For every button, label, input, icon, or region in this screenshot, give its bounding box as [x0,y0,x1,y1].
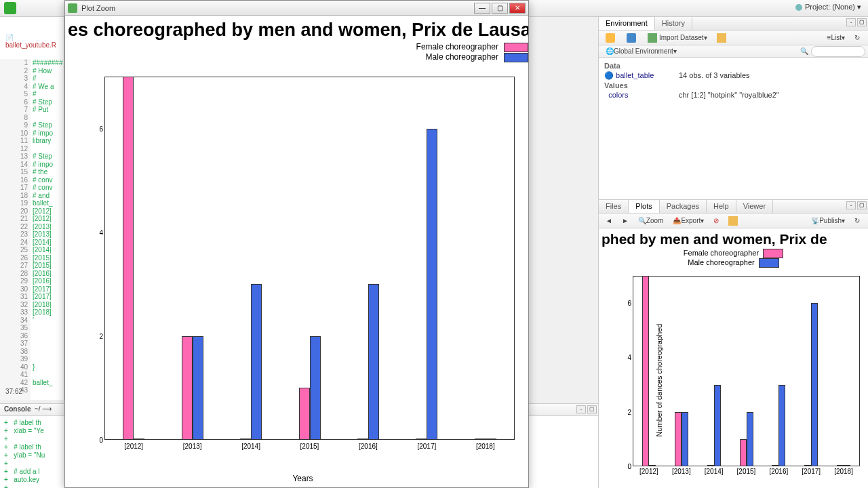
bar [486,439,496,440]
mini-plot-title: phed by men and women, Prix de [599,228,868,247]
import-dataset-button[interactable]: Import Dataset ▾ [644,32,711,44]
rstudio-icon [4,2,16,14]
bar [182,336,193,440]
plot-area: Number of dances choreographed Years 024… [84,70,521,467]
global-env-dropdown[interactable]: 🌐 Global Environment ▾ [601,46,681,56]
minimize-icon[interactable]: - [576,405,586,413]
rstudio-icon [68,3,77,13]
bar [299,388,310,440]
bar [675,412,682,466]
bar [416,439,427,440]
search-input[interactable] [811,46,865,57]
minimize-button[interactable]: — [474,3,490,14]
env-row[interactable]: 🔵 ballet_table14 obs. of 3 variables [604,71,863,80]
prev-plot-button[interactable]: ◄ [601,216,616,226]
plots-pane: Files Plots Packages Help Viewer -▢ ◄ ► … [599,200,868,488]
plot-title: es choreographed by men and women, Prix … [65,16,528,41]
tab-files[interactable]: Files [599,200,629,213]
bar [811,303,818,466]
load-workspace-button[interactable] [601,32,621,44]
tab-history[interactable]: History [655,17,692,30]
bar [123,77,134,440]
list-view-button[interactable]: ≡ List ▾ [823,33,849,43]
zoom-titlebar[interactable]: Plot Zoom — ▢ ✕ [65,1,528,16]
close-button[interactable]: ✕ [509,3,526,14]
bar [804,465,811,466]
source-pane: 📄 ballet_youtube.R 123456789101112131415… [0,17,64,400]
bar [707,465,714,466]
x-axis-label: Years [292,474,313,483]
bar [778,385,785,466]
plot-legend: Female choreographer Male choreographer [65,42,528,62]
bar [475,439,486,440]
refresh-plot-button[interactable]: ↻ [850,216,864,226]
maximize-icon[interactable]: ▢ [587,405,597,413]
bar [714,385,721,466]
tab-packages[interactable]: Packages [660,200,707,213]
bar [649,465,656,466]
bar [251,284,262,440]
bar [740,439,747,466]
mini-plot-legend: Female choreographer Male choreographer [599,249,868,268]
bar [837,465,844,466]
minimize-icon[interactable]: - [846,18,856,26]
tab-environment[interactable]: Environment [599,17,655,30]
source-file-tab[interactable]: 📄 ballet_youtube.R [5,34,64,49]
maximize-button[interactable]: ▢ [492,3,508,14]
bar [427,129,437,440]
plot-zoom-window: Plot Zoom — ▢ ✕ es choreographed by men … [64,0,529,488]
bar [240,439,251,440]
zoom-window-title: Plot Zoom [81,4,473,12]
bar [193,336,203,440]
tab-viewer[interactable]: Viewer [736,200,773,213]
environment-pane: Environment History -▢ Import Dataset ▾ … [599,17,868,200]
save-workspace-button[interactable] [623,32,642,44]
bar [310,336,321,440]
search-icon: 🔍 [800,47,808,55]
bar [642,276,649,466]
remove-plot-button[interactable]: ⊘ [709,216,723,226]
clear-workspace-button[interactable] [713,32,732,44]
project-label[interactable]: Project: (None) ▾ [795,3,861,12]
bar [747,412,753,466]
tab-plots[interactable]: Plots [629,200,659,213]
cursor-position: 37:62 [5,388,22,395]
export-button[interactable]: 📤 Export ▾ [669,216,708,226]
maximize-icon[interactable]: ▢ [857,18,867,26]
bar [134,439,144,440]
bar [368,284,379,440]
next-plot-button[interactable]: ► [618,216,633,226]
refresh-button[interactable]: ↻ [850,33,864,43]
data-section-heading: Data [604,62,863,70]
right-column: Environment History -▢ Import Dataset ▾ … [598,17,868,488]
clear-plots-button[interactable] [724,215,744,227]
zoom-button[interactable]: 🔍 Zoom [634,216,668,226]
bar [772,465,778,466]
minimize-icon[interactable]: - [846,201,856,209]
values-section-heading: Values [604,81,863,89]
publish-button[interactable]: 📡 Publish ▾ [807,216,849,226]
maximize-icon[interactable]: ▢ [857,201,867,209]
tab-help[interactable]: Help [707,200,736,213]
bar [357,439,368,440]
bar [682,412,688,466]
env-row[interactable]: colorschr [1:2] "hotpink" "royalblue2" [604,91,863,99]
bar [844,465,850,466]
